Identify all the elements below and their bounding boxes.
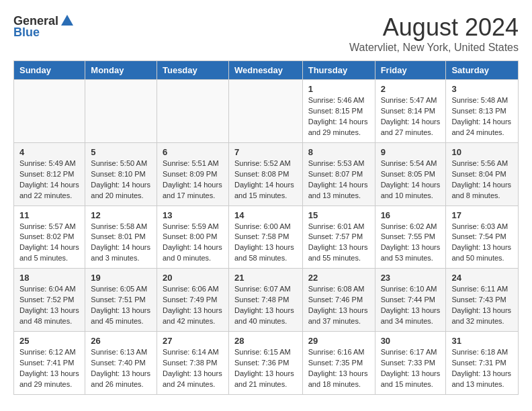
day-info: Sunrise: 6:11 AM Sunset: 7:43 PM Dayligh… xyxy=(451,284,513,327)
calendar-day-cell: 10Sunrise: 5:56 AM Sunset: 8:04 PM Dayli… xyxy=(446,142,519,205)
day-info: Sunrise: 5:54 AM Sunset: 8:05 PM Dayligh… xyxy=(381,158,441,201)
day-info: Sunrise: 5:57 AM Sunset: 8:02 PM Dayligh… xyxy=(19,222,79,265)
day-number: 29 xyxy=(308,336,369,346)
day-info: Sunrise: 6:15 AM Sunset: 7:36 PM Dayligh… xyxy=(234,347,297,390)
col-monday: Monday xyxy=(85,61,157,80)
calendar-day-cell: 14Sunrise: 6:00 AM Sunset: 7:58 PM Dayli… xyxy=(228,205,302,269)
day-number: 18 xyxy=(19,273,79,283)
calendar-day-cell: 18Sunrise: 6:04 AM Sunset: 7:52 PM Dayli… xyxy=(14,269,85,332)
day-info: Sunrise: 5:47 AM Sunset: 8:14 PM Dayligh… xyxy=(381,95,441,138)
calendar-day-cell: 24Sunrise: 6:11 AM Sunset: 7:43 PM Dayli… xyxy=(446,269,519,332)
day-number: 21 xyxy=(234,273,297,283)
day-number: 14 xyxy=(234,210,297,220)
day-number: 20 xyxy=(163,273,223,283)
day-info: Sunrise: 6:05 AM Sunset: 7:51 PM Dayligh… xyxy=(91,284,151,327)
col-saturday: Saturday xyxy=(446,61,519,80)
calendar-day-cell: 26Sunrise: 6:13 AM Sunset: 7:40 PM Dayli… xyxy=(85,332,157,395)
calendar-header-row: Sunday Monday Tuesday Wednesday Thursday… xyxy=(14,61,519,80)
calendar-day-cell: 12Sunrise: 5:58 AM Sunset: 8:01 PM Dayli… xyxy=(85,205,157,269)
day-info: Sunrise: 6:03 AM Sunset: 7:54 PM Dayligh… xyxy=(451,222,513,265)
calendar-day-cell: 7Sunrise: 5:52 AM Sunset: 8:08 PM Daylig… xyxy=(228,142,302,205)
calendar-week-row: 4Sunrise: 5:49 AM Sunset: 8:12 PM Daylig… xyxy=(14,142,519,205)
calendar-day-cell xyxy=(14,80,85,143)
logo-icon xyxy=(60,13,75,28)
day-info: Sunrise: 6:07 AM Sunset: 7:48 PM Dayligh… xyxy=(234,284,297,327)
col-tuesday: Tuesday xyxy=(157,61,228,80)
day-number: 16 xyxy=(381,210,441,220)
calendar-week-row: 1Sunrise: 5:46 AM Sunset: 8:15 PM Daylig… xyxy=(14,80,519,143)
calendar-day-cell: 8Sunrise: 5:53 AM Sunset: 8:07 PM Daylig… xyxy=(302,142,375,205)
day-number: 2 xyxy=(381,84,441,94)
day-info: Sunrise: 5:56 AM Sunset: 8:04 PM Dayligh… xyxy=(451,158,513,201)
calendar-day-cell: 17Sunrise: 6:03 AM Sunset: 7:54 PM Dayli… xyxy=(446,205,519,269)
calendar-day-cell: 16Sunrise: 6:02 AM Sunset: 7:55 PM Dayli… xyxy=(375,205,446,269)
day-info: Sunrise: 5:53 AM Sunset: 8:07 PM Dayligh… xyxy=(308,158,369,201)
col-thursday: Thursday xyxy=(302,61,375,80)
day-number: 11 xyxy=(19,210,79,220)
calendar-day-cell xyxy=(228,80,302,143)
day-number: 28 xyxy=(234,336,297,346)
day-info: Sunrise: 6:04 AM Sunset: 7:52 PM Dayligh… xyxy=(19,284,79,327)
calendar-day-cell: 13Sunrise: 5:59 AM Sunset: 8:00 PM Dayli… xyxy=(157,205,228,269)
day-info: Sunrise: 5:49 AM Sunset: 8:12 PM Dayligh… xyxy=(19,158,79,201)
calendar-day-cell: 19Sunrise: 6:05 AM Sunset: 7:51 PM Dayli… xyxy=(85,269,157,332)
calendar-day-cell: 15Sunrise: 6:01 AM Sunset: 7:57 PM Dayli… xyxy=(302,205,375,269)
day-info: Sunrise: 5:46 AM Sunset: 8:15 PM Dayligh… xyxy=(308,95,369,138)
calendar-day-cell: 9Sunrise: 5:54 AM Sunset: 8:05 PM Daylig… xyxy=(375,142,446,205)
calendar-day-cell: 22Sunrise: 6:08 AM Sunset: 7:46 PM Dayli… xyxy=(302,269,375,332)
calendar-day-cell xyxy=(157,80,228,143)
day-info: Sunrise: 5:51 AM Sunset: 8:09 PM Dayligh… xyxy=(163,158,223,201)
day-info: Sunrise: 6:18 AM Sunset: 7:31 PM Dayligh… xyxy=(451,347,513,390)
day-number: 7 xyxy=(234,147,297,157)
day-number: 27 xyxy=(163,336,223,346)
col-friday: Friday xyxy=(375,61,446,80)
day-number: 3 xyxy=(451,84,513,94)
day-number: 9 xyxy=(381,147,441,157)
day-number: 6 xyxy=(163,147,223,157)
page-subtitle: Watervliet, New York, United States xyxy=(349,42,519,54)
day-number: 24 xyxy=(451,273,513,283)
calendar-week-row: 25Sunrise: 6:12 AM Sunset: 7:41 PM Dayli… xyxy=(14,332,519,395)
calendar-table: Sunday Monday Tuesday Wednesday Thursday… xyxy=(13,60,519,395)
logo: General Blue xyxy=(13,13,75,40)
day-info: Sunrise: 5:58 AM Sunset: 8:01 PM Dayligh… xyxy=(91,222,151,265)
calendar-day-cell: 6Sunrise: 5:51 AM Sunset: 8:09 PM Daylig… xyxy=(157,142,228,205)
day-number: 31 xyxy=(451,336,513,346)
calendar-day-cell: 2Sunrise: 5:47 AM Sunset: 8:14 PM Daylig… xyxy=(375,80,446,143)
col-wednesday: Wednesday xyxy=(228,61,302,80)
day-number: 30 xyxy=(381,336,441,346)
calendar-day-cell: 25Sunrise: 6:12 AM Sunset: 7:41 PM Dayli… xyxy=(14,332,85,395)
day-info: Sunrise: 6:14 AM Sunset: 7:38 PM Dayligh… xyxy=(163,347,223,390)
calendar-day-cell: 3Sunrise: 5:48 AM Sunset: 8:13 PM Daylig… xyxy=(446,80,519,143)
day-number: 17 xyxy=(451,210,513,220)
day-number: 8 xyxy=(308,147,369,157)
col-sunday: Sunday xyxy=(14,61,85,80)
calendar-day-cell: 1Sunrise: 5:46 AM Sunset: 8:15 PM Daylig… xyxy=(302,80,375,143)
day-info: Sunrise: 5:52 AM Sunset: 8:08 PM Dayligh… xyxy=(234,158,297,201)
calendar-day-cell: 5Sunrise: 5:50 AM Sunset: 8:10 PM Daylig… xyxy=(85,142,157,205)
day-info: Sunrise: 6:17 AM Sunset: 7:33 PM Dayligh… xyxy=(381,347,441,390)
day-number: 13 xyxy=(163,210,223,220)
calendar-day-cell: 11Sunrise: 5:57 AM Sunset: 8:02 PM Dayli… xyxy=(14,205,85,269)
day-info: Sunrise: 6:16 AM Sunset: 7:35 PM Dayligh… xyxy=(308,347,369,390)
svg-marker-0 xyxy=(61,15,73,26)
day-number: 4 xyxy=(19,147,79,157)
day-info: Sunrise: 6:01 AM Sunset: 7:57 PM Dayligh… xyxy=(308,222,369,265)
calendar-day-cell: 23Sunrise: 6:10 AM Sunset: 7:44 PM Dayli… xyxy=(375,269,446,332)
day-number: 19 xyxy=(91,273,151,283)
page-title: August 2024 xyxy=(349,13,519,42)
logo-blue-text: Blue xyxy=(13,26,40,40)
day-number: 5 xyxy=(91,147,151,157)
day-number: 25 xyxy=(19,336,79,346)
calendar-day-cell: 28Sunrise: 6:15 AM Sunset: 7:36 PM Dayli… xyxy=(228,332,302,395)
day-info: Sunrise: 6:08 AM Sunset: 7:46 PM Dayligh… xyxy=(308,284,369,327)
day-number: 23 xyxy=(381,273,441,283)
calendar-week-row: 18Sunrise: 6:04 AM Sunset: 7:52 PM Dayli… xyxy=(14,269,519,332)
page-header: General Blue August 2024 Watervliet, New… xyxy=(13,13,519,54)
day-info: Sunrise: 5:50 AM Sunset: 8:10 PM Dayligh… xyxy=(91,158,151,201)
calendar-day-cell: 30Sunrise: 6:17 AM Sunset: 7:33 PM Dayli… xyxy=(375,332,446,395)
day-info: Sunrise: 6:10 AM Sunset: 7:44 PM Dayligh… xyxy=(381,284,441,327)
day-number: 15 xyxy=(308,210,369,220)
day-number: 12 xyxy=(91,210,151,220)
day-info: Sunrise: 5:48 AM Sunset: 8:13 PM Dayligh… xyxy=(451,95,513,138)
